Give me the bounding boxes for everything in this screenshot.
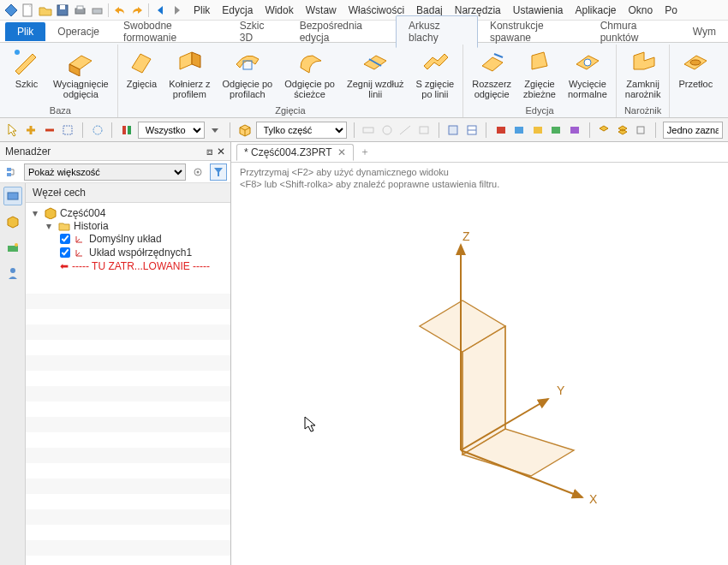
chevron-down-icon[interactable] <box>208 122 223 139</box>
print-preview-icon[interactable] <box>89 3 104 18</box>
3d-canvas[interactable]: Z Y X <box>231 193 728 565</box>
ribbon-group-bends: Zgięcia Kołnierz z profilem Odgięcie po … <box>118 45 463 117</box>
settings-icon[interactable] <box>189 164 206 181</box>
menu-settings[interactable]: Ustawienia <box>513 4 564 16</box>
pin-icon[interactable]: ⧈ <box>206 146 213 158</box>
view-icon-1[interactable] <box>445 122 460 139</box>
dim-icon-4[interactable] <box>416 122 431 139</box>
svg-rect-30 <box>570 127 579 134</box>
ribbon-tab-sketch3d[interactable]: Szkic 3D <box>228 16 288 47</box>
svg-rect-27 <box>515 127 523 134</box>
tree-rollback-marker[interactable]: ----- TU ZATR...LOWANIE ----- <box>72 260 210 272</box>
selection-name-input[interactable] <box>663 122 723 139</box>
select-scope[interactable]: Wszystko <box>138 122 205 139</box>
svg-rect-28 <box>534 127 542 134</box>
filter-select[interactable]: Pokaż większość <box>24 164 186 181</box>
select-only-part[interactable]: Tylko część <box>256 122 347 139</box>
dim-icon-2[interactable] <box>379 122 394 139</box>
tree-check[interactable] <box>60 247 70 258</box>
tree-toggle[interactable]: ▾ <box>46 220 55 232</box>
btn-sbend-line[interactable]: S zgięcie po linii <box>411 45 460 104</box>
window-select-icon[interactable] <box>60 122 75 139</box>
svg-point-13 <box>584 59 591 66</box>
side-tab-box[interactable] <box>3 212 22 231</box>
document-tab[interactable]: * Część004.Z3PRT ✕ <box>236 144 354 161</box>
layer-icon-2[interactable] <box>615 122 630 139</box>
tree-toggle[interactable]: ▾ <box>33 207 41 219</box>
tree-node-csys1[interactable]: Układ współrzędnych1 <box>89 247 192 259</box>
ribbon-tab-weldments[interactable]: Konstrukcje spawane <box>478 16 588 47</box>
svg-point-35 <box>197 170 200 173</box>
dim-icon-3[interactable] <box>398 122 413 139</box>
dim-icon-1[interactable] <box>361 122 376 139</box>
menu-overflow[interactable]: Po <box>665 4 677 16</box>
menu-inspect[interactable]: Badaj <box>416 4 443 16</box>
mat-icon-4[interactable] <box>549 122 564 139</box>
layer-icon-1[interactable] <box>597 122 612 139</box>
mat-icon-5[interactable] <box>567 122 582 139</box>
btn-taper-bend[interactable]: Zgięcie zbieżne <box>518 45 561 104</box>
select-arrow-icon[interactable] <box>5 122 20 139</box>
mat-icon-2[interactable] <box>512 122 527 139</box>
ribbon-tab-sheetmetal[interactable]: Arkusz blachy <box>396 15 478 48</box>
print-icon[interactable] <box>72 3 87 18</box>
btn-sketch[interactable]: Szkic <box>7 45 46 104</box>
btn-bend-profiles[interactable]: Odgięcie po profilach <box>217 45 277 104</box>
tree-root[interactable]: Część004 <box>60 207 105 219</box>
csys-icon <box>74 233 86 245</box>
ribbon-tab-pointcloud[interactable]: Chmura punktów <box>588 16 681 47</box>
btn-press[interactable]: Przetłoc <box>673 45 718 104</box>
svg-point-38 <box>15 243 18 247</box>
rollback-arrow-icon[interactable]: ⬅ <box>60 260 69 272</box>
tree-history[interactable]: Historia <box>74 220 109 232</box>
ribbon-tab-operations[interactable]: Operacje <box>45 22 111 41</box>
side-tab-features[interactable] <box>3 187 22 205</box>
open-icon[interactable] <box>38 3 53 18</box>
add-select-icon[interactable] <box>23 122 38 139</box>
cube-icon[interactable] <box>237 122 252 139</box>
btn-close-corner[interactable]: Zamknij narożnik <box>620 45 666 104</box>
save-icon[interactable] <box>55 3 70 18</box>
btn-normal-cut[interactable]: Wycięcie normalne <box>563 45 612 104</box>
group-label-bends: Zgięcia <box>275 104 305 117</box>
menu-apps[interactable]: Aplikacje <box>576 4 617 16</box>
layer-icon-3[interactable] <box>634 122 648 139</box>
close-tab-icon[interactable]: ✕ <box>337 146 346 158</box>
tree-check[interactable] <box>60 234 70 244</box>
side-tab-user[interactable] <box>3 264 22 282</box>
tree-view-icon[interactable] <box>3 164 21 181</box>
remove-select-icon[interactable] <box>42 122 57 139</box>
ribbon-tab-directedit[interactable]: Bezpośrednia edycja <box>288 16 396 47</box>
view-icon-2[interactable] <box>464 122 479 139</box>
btn-extend-bend[interactable]: Rozszerz odgięcie <box>467 45 516 104</box>
ribbon-tab-freeform[interactable]: Swobodne formowanie <box>111 16 228 47</box>
btn-bend-along-line[interactable]: Zegnij wzdłuż linii <box>342 45 409 104</box>
filter-geom-icon[interactable] <box>90 122 104 139</box>
btn-bends[interactable]: Zgięcia <box>122 45 162 104</box>
btn-bend-path[interactable]: Odgięcie po ścieżce <box>279 45 340 104</box>
btn-flange-profile[interactable]: Kołnierz z profilem <box>164 45 215 104</box>
axis-y-label: Y <box>557 384 565 397</box>
menu-tools[interactable]: Narzędzia <box>455 4 501 16</box>
menu-view[interactable]: Widok <box>265 4 293 16</box>
tree-node-default-csys[interactable]: Domyślny układ <box>89 233 162 245</box>
menu-edit[interactable]: Edycja <box>222 4 253 16</box>
btn-extrude-flange[interactable]: Wyciągnięcie odgięcia <box>48 45 114 104</box>
menu-insert[interactable]: Wstaw <box>306 4 337 16</box>
menu-file[interactable]: Plik <box>194 4 210 16</box>
menu-window[interactable]: Okno <box>629 4 653 16</box>
component-icon[interactable] <box>119 122 134 139</box>
feature-tree[interactable]: ▾ Część004 ▾ Historia <box>26 203 230 278</box>
filter-funnel-icon[interactable] <box>210 164 227 181</box>
close-panel-icon[interactable]: ✕ <box>217 146 225 158</box>
mat-icon-3[interactable] <box>530 122 545 139</box>
svg-rect-15 <box>63 126 72 134</box>
ribbon-tab-dim[interactable]: Wym <box>681 22 728 41</box>
side-tab-visual[interactable] <box>3 238 22 257</box>
menu-props[interactable]: Właściwości <box>349 4 404 16</box>
add-tab-icon[interactable]: ＋ <box>357 145 373 160</box>
new-icon[interactable] <box>21 3 36 18</box>
svg-point-10 <box>15 50 20 55</box>
mat-icon-1[interactable] <box>493 122 508 139</box>
ribbon-tab-file[interactable]: Plik <box>5 22 45 41</box>
